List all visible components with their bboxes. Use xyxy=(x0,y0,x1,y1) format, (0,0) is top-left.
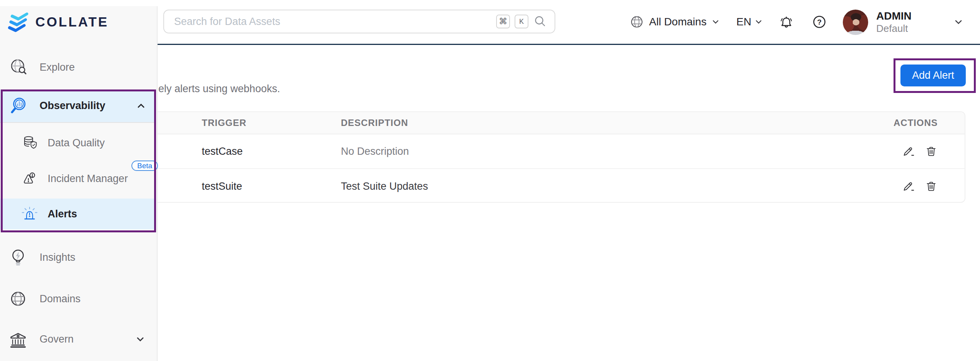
table-row: testSuite Test Suite Updates xyxy=(116,169,965,203)
sidebar-item-label: Alerts xyxy=(48,208,77,220)
column-header-description: DESCRIPTION xyxy=(341,118,811,128)
sidebar-item-incident-manager[interactable]: Incident Manager xyxy=(0,166,156,191)
user-name: ADMIN xyxy=(876,10,912,23)
sidebar-item-label: Incident Manager xyxy=(48,173,128,185)
domain-selector-label: All Domains xyxy=(649,16,706,28)
user-team: Default xyxy=(876,23,912,34)
sidebar-item-label: Insights xyxy=(40,252,75,263)
global-search[interactable]: ⌘ K xyxy=(163,10,555,33)
collate-logo[interactable]: COLLATE xyxy=(7,11,109,33)
chevron-down-icon xyxy=(754,18,763,26)
sidebar-item-explore[interactable]: Explore xyxy=(0,54,156,81)
alerts-table: TRIGGER DESCRIPTION ACTIONS testCase No … xyxy=(115,111,965,203)
left-sidebar: COLLATE Explore xyxy=(0,6,158,361)
k-key-badge: K xyxy=(515,15,528,28)
explore-icon xyxy=(8,57,28,77)
edit-alert-button[interactable] xyxy=(902,145,915,158)
pencil-icon xyxy=(902,180,915,193)
trash-icon xyxy=(925,180,938,193)
navbar-underline xyxy=(158,44,980,45)
govern-bank-icon xyxy=(8,329,28,349)
data-quality-icon xyxy=(22,134,38,151)
chevron-down-icon xyxy=(953,17,964,27)
globe-icon xyxy=(630,15,644,29)
domain-selector[interactable]: All Domains xyxy=(630,0,720,44)
sidebar-item-label: Data Quality xyxy=(48,137,105,149)
alerts-page-description: ely alerts using webhooks. xyxy=(158,83,280,95)
sidebar-item-govern[interactable]: Govern xyxy=(0,327,156,351)
table-row: testCase No Description xyxy=(116,134,965,169)
bell-icon xyxy=(778,13,795,30)
sidebar-item-label: Govern xyxy=(40,333,74,345)
beta-badge: Beta xyxy=(131,161,158,171)
delete-alert-button[interactable] xyxy=(925,180,938,193)
trash-icon xyxy=(925,145,938,158)
domains-globe-icon xyxy=(8,289,28,309)
description-cell: Test Suite Updates xyxy=(341,180,811,192)
pencil-icon xyxy=(902,145,915,158)
chevron-up-icon[interactable] xyxy=(136,101,146,111)
delete-alert-button[interactable] xyxy=(925,145,938,158)
column-header-trigger: TRIGGER xyxy=(202,118,341,128)
sidebar-item-domains[interactable]: Domains xyxy=(0,286,156,311)
collate-logo-icon xyxy=(7,11,30,33)
sidebar-item-label: Observability xyxy=(40,100,105,112)
collate-logo-text: COLLATE xyxy=(35,14,109,30)
observability-icon xyxy=(8,96,28,116)
chevron-down-icon xyxy=(711,18,720,26)
alerts-table-header: TRIGGER DESCRIPTION ACTIONS xyxy=(116,112,965,134)
column-header-actions: ACTIONS xyxy=(811,118,938,128)
notifications-button[interactable] xyxy=(778,0,795,44)
trigger-cell: testCase xyxy=(202,146,341,157)
chevron-down-icon[interactable] xyxy=(135,334,145,344)
help-button[interactable]: ? xyxy=(812,0,827,44)
user-avatar[interactable] xyxy=(843,10,868,35)
language-selector[interactable]: EN xyxy=(736,0,763,44)
insights-icon xyxy=(8,248,28,267)
incident-manager-icon xyxy=(22,170,38,187)
alerts-siren-icon xyxy=(22,205,38,222)
svg-text:?: ? xyxy=(817,18,822,26)
app-window: ⌘ K All Domains xyxy=(0,0,980,361)
description-cell: No Description xyxy=(341,146,811,157)
edit-alert-button[interactable] xyxy=(902,180,915,193)
cmd-key-badge: ⌘ xyxy=(496,15,510,28)
help-icon: ? xyxy=(812,14,827,30)
sidebar-item-insights[interactable]: Insights xyxy=(0,245,156,270)
search-input[interactable] xyxy=(174,16,492,28)
sidebar-item-label: Domains xyxy=(40,293,81,305)
user-info[interactable]: ADMIN Default xyxy=(876,0,912,44)
trigger-cell: testSuite xyxy=(202,180,341,192)
sidebar-item-alerts[interactable]: Alerts xyxy=(0,199,156,229)
user-menu-caret[interactable] xyxy=(953,0,964,44)
sidebar-item-label: Explore xyxy=(40,61,75,73)
sidebar-item-data-quality[interactable]: Data Quality xyxy=(0,131,156,155)
language-selector-label: EN xyxy=(736,16,751,28)
search-icon[interactable] xyxy=(533,15,547,28)
sidebar-item-observability[interactable]: Observability xyxy=(0,89,156,123)
add-alert-button[interactable]: Add Alert xyxy=(900,65,966,86)
